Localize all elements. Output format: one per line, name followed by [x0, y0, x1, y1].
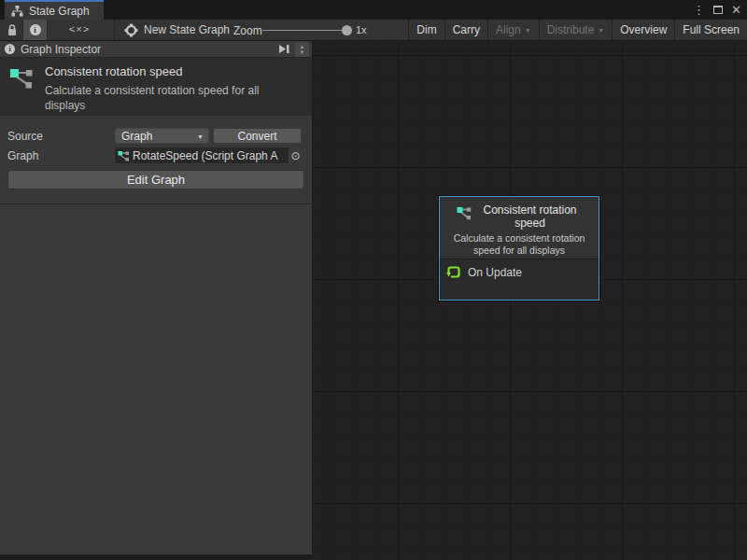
- info-icon: i: [5, 44, 15, 54]
- graph-row: Graph RotateSpeed (Script Graph A ⊙: [7, 147, 304, 163]
- graph-inspector-title: Graph Inspector: [21, 43, 101, 56]
- unity-window: State Graph ⋮ ✕ i <×>: [0, 0, 747, 560]
- toolbar-separator: [114, 20, 115, 40]
- state-graph-icon: [457, 205, 472, 220]
- graph-inspector-panel: i Graph Inspector ▲ ▼: [0, 41, 314, 560]
- distribute-button[interactable]: Distribute ▼: [539, 20, 613, 40]
- state-graph-tab-icon: [11, 6, 23, 17]
- chevron-down-icon: ▼: [598, 27, 604, 34]
- new-state-graph-button[interactable]: New State Graph: [124, 20, 230, 40]
- new-state-graph-label: New State Graph: [144, 23, 230, 36]
- state-node-description: Calculate a consistent rotation speed fo…: [440, 232, 599, 257]
- state-node[interactable]: Consistent rotation speed Calculate a co…: [439, 196, 599, 301]
- graph-inspector-header: i Graph Inspector ▲ ▼: [0, 41, 312, 58]
- maximize-icon[interactable]: [713, 6, 723, 14]
- info-icon: i: [30, 24, 41, 35]
- inspector-fields: Source Graph ▼ Convert Graph: [0, 116, 312, 163]
- titlebar: State Graph ⋮ ✕: [0, 0, 747, 20]
- graph-summary: Consistent rotation speed Calculate a co…: [0, 58, 312, 116]
- graph-unit-icon: [124, 23, 138, 37]
- graph-field-label: Graph: [7, 149, 115, 162]
- overview-button[interactable]: Overview: [612, 20, 674, 40]
- inspector-toggle-button[interactable]: i: [22, 20, 48, 40]
- chevron-down-icon: ▼: [525, 27, 531, 34]
- convert-button[interactable]: Convert: [213, 128, 302, 144]
- source-row: Source Graph ▼ Convert: [7, 128, 304, 144]
- code-view-icon[interactable]: <×>: [65, 23, 93, 35]
- dim-button[interactable]: Dim: [408, 20, 444, 40]
- object-picker-icon[interactable]: ⊙: [289, 147, 303, 163]
- close-icon[interactable]: ✕: [731, 0, 741, 20]
- state-node-title: Consistent rotation speed: [478, 203, 583, 230]
- graph-canvas[interactable]: Consistent rotation speed Calculate a co…: [314, 41, 747, 560]
- lock-icon[interactable]: [7, 24, 18, 36]
- convert-label: Convert: [237, 130, 276, 143]
- tab-state-graph[interactable]: State Graph: [5, 0, 104, 20]
- graph-description: Calculate a consistent rotation speed fo…: [45, 83, 295, 113]
- zoom-slider-track[interactable]: [262, 30, 348, 31]
- dim-label: Dim: [416, 23, 436, 36]
- dock-panel-icon[interactable]: [278, 44, 290, 54]
- align-button[interactable]: Align ▼: [487, 20, 539, 40]
- zoom-label: Zoom: [233, 24, 262, 37]
- toolbar-right-group: Dim Carry Align ▼ Distribute ▼ Overview …: [408, 20, 747, 40]
- content-area: i Graph Inspector ▲ ▼: [0, 41, 747, 560]
- window-controls: ⋮ ✕: [693, 0, 741, 20]
- graph-title: Consistent rotation speed: [45, 64, 295, 78]
- update-event-icon: [446, 265, 461, 279]
- chevron-down-icon: ▼: [197, 133, 204, 140]
- on-update-label: On Update: [468, 266, 522, 279]
- full-screen-button[interactable]: Full Screen: [674, 20, 747, 40]
- graph-toolbar: i <×> New State Graph Zoom 1x Dim: [0, 20, 747, 41]
- source-dropdown[interactable]: Graph ▼: [115, 128, 209, 144]
- panel-scrubber[interactable]: ▲ ▼: [295, 42, 309, 57]
- scrub-down-icon: ▼: [300, 49, 305, 55]
- graph-object-value: RotateSpeed (Script Graph A: [133, 149, 289, 162]
- graph-summary-text: Consistent rotation speed Calculate a co…: [45, 64, 295, 116]
- zoom-value: 1x: [356, 24, 367, 35]
- graph-object-field[interactable]: RotateSpeed (Script Graph A ⊙: [115, 147, 303, 163]
- script-graph-icon: [118, 150, 130, 161]
- state-node-header: Consistent rotation speed Calculate a co…: [440, 197, 599, 259]
- more-menu-icon[interactable]: ⋮: [693, 0, 705, 20]
- state-node-body: On Update: [440, 259, 599, 300]
- distribute-label: Distribute: [547, 23, 595, 36]
- carry-button[interactable]: Carry: [444, 20, 487, 40]
- inspector-empty-area: [0, 203, 312, 554]
- state-graph-icon: [9, 64, 35, 116]
- full-screen-label: Full Screen: [683, 23, 740, 36]
- carry-label: Carry: [453, 23, 480, 36]
- on-update-row: On Update: [446, 265, 592, 279]
- tab-label: State Graph: [29, 5, 90, 18]
- source-dropdown-value: Graph: [121, 130, 152, 143]
- inspector-bottom-strip: [0, 554, 312, 560]
- align-label: Align: [496, 23, 521, 36]
- edit-graph-label: Edit Graph: [127, 173, 185, 187]
- source-label: Source: [7, 130, 115, 143]
- zoom-slider-handle[interactable]: [342, 25, 352, 35]
- overview-label: Overview: [620, 23, 667, 36]
- edit-graph-button[interactable]: Edit Graph: [7, 170, 304, 189]
